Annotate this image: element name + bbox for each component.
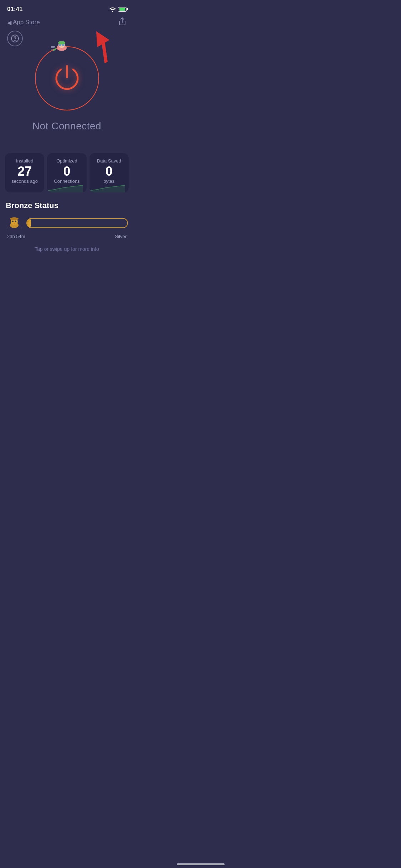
stat-card-optimized: Optimized 0 Connections (47, 153, 86, 192)
status-time: 01:41 (7, 6, 22, 13)
svg-rect-9 (62, 44, 65, 46)
progress-next-level: Silver (115, 234, 127, 239)
mascot-flying-icon (51, 41, 72, 52)
stat-card-data-saved: Data Saved 0 bytes (89, 153, 129, 192)
status-icons (109, 7, 127, 12)
svg-point-19 (12, 221, 14, 222)
bottom-hint: Tap or swipe up for more info (35, 246, 99, 255)
svg-marker-15 (89, 185, 125, 192)
datasaved-chart (89, 180, 125, 192)
back-label: App Store (13, 19, 40, 26)
stat-installed-top-label: Installed (16, 158, 33, 164)
svg-point-20 (15, 221, 16, 222)
stat-optimized-value: 0 (63, 165, 70, 178)
red-arrow-icon (87, 31, 123, 63)
bronze-title: Bronze Status (6, 201, 128, 210)
stat-installed-value: 27 (17, 165, 32, 178)
stat-card-installed: Installed 27 seconds ago (5, 153, 44, 192)
progress-labels: 23h 54m Silver (6, 234, 128, 239)
power-icon (51, 62, 83, 94)
annotation-arrow (87, 31, 123, 64)
connection-status: Not Connected (32, 120, 101, 132)
stat-installed-bottom-label: seconds ago (11, 179, 38, 184)
stat-datasaved-value: 0 (106, 165, 113, 178)
svg-marker-14 (47, 185, 83, 192)
share-icon (118, 17, 127, 26)
optimized-chart (47, 180, 83, 192)
nav-bar: ◀ App Store (0, 16, 134, 31)
progress-mascot-icon (6, 215, 23, 229)
battery-icon (118, 7, 127, 12)
share-button[interactable] (118, 17, 127, 28)
progress-bar (26, 218, 128, 228)
bronze-status-section: Bronze Status (0, 201, 134, 239)
svg-marker-4 (88, 31, 123, 63)
svg-point-18 (10, 217, 19, 220)
back-button[interactable]: ◀ App Store (7, 19, 40, 26)
status-bar: 01:41 (0, 0, 134, 16)
stat-datasaved-top-label: Data Saved (97, 158, 121, 164)
progress-bar-fill (27, 219, 31, 227)
wifi-icon (109, 7, 116, 12)
stats-row: Installed 27 seconds ago Optimized 0 Con… (0, 153, 134, 192)
stat-optimized-top-label: Optimized (56, 158, 77, 164)
main-area: Not Connected Installed 27 seconds ago O… (0, 31, 134, 255)
mascot-character (51, 41, 72, 53)
progress-container (6, 215, 128, 231)
progress-mascot (6, 215, 23, 231)
main-content: Not Connected Installed 27 seconds ago O… (0, 31, 134, 255)
svg-rect-8 (59, 44, 61, 46)
progress-time-left: 23h 54m (7, 234, 25, 239)
back-arrow-icon: ◀ (7, 19, 11, 26)
